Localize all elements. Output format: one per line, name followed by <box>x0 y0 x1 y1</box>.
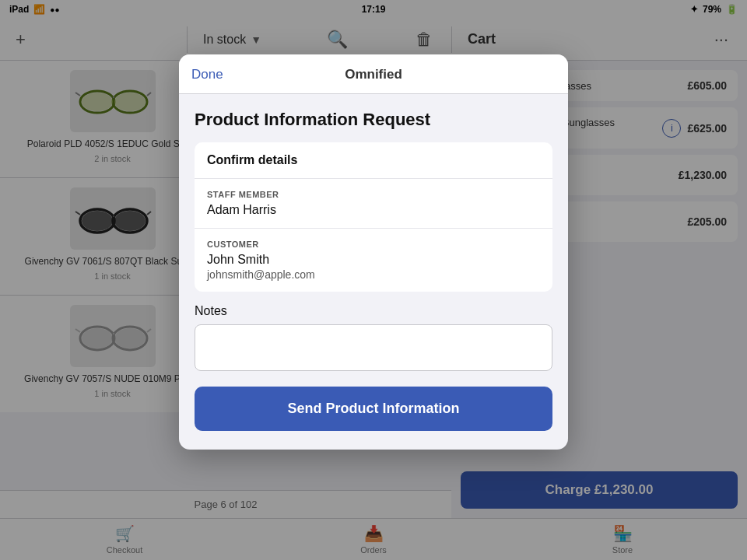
customer-section: CUSTOMER John Smith johnsmith@apple.com <box>195 229 552 292</box>
modal-app-name: Omnified <box>345 67 402 82</box>
confirm-header: Confirm details <box>195 142 552 179</box>
notes-label: Notes <box>195 304 552 318</box>
modal-title: Product Information Request <box>195 110 552 130</box>
staff-label: STAFF MEMBER <box>207 190 540 199</box>
modal-body: Product Information Request Confirm deta… <box>179 94 568 450</box>
customer-label: CUSTOMER <box>207 240 540 249</box>
customer-name: John Smith <box>207 253 540 267</box>
staff-section: STAFF MEMBER Adam Harris <box>195 179 552 229</box>
confirm-title: Confirm details <box>207 153 540 167</box>
staff-name: Adam Harris <box>207 203 540 217</box>
send-product-information-button[interactable]: Send Product Information <box>195 387 552 431</box>
notes-input[interactable] <box>195 324 552 371</box>
modal-overlay: Done Omnified Product Information Reques… <box>0 0 747 560</box>
customer-email: johnsmith@apple.com <box>207 268 540 281</box>
done-button[interactable]: Done <box>191 67 223 82</box>
modal-dialog: Done Omnified Product Information Reques… <box>179 54 568 450</box>
confirm-card: Confirm details STAFF MEMBER Adam Harris… <box>195 142 552 292</box>
modal-header: Done Omnified <box>179 54 568 94</box>
